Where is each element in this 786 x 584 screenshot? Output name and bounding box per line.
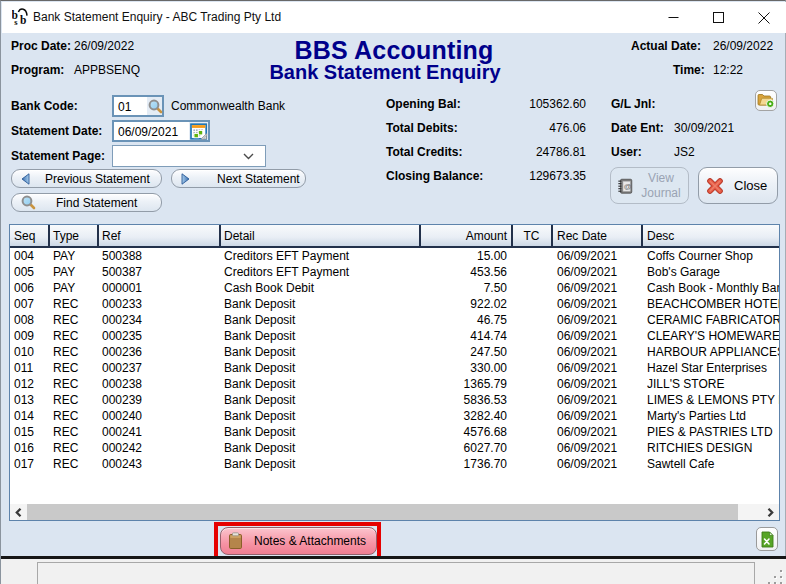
cell-seq: 010: [14, 345, 34, 359]
horizontal-scrollbar[interactable]: [10, 504, 779, 520]
col-header-detail[interactable]: Detail: [224, 229, 255, 243]
table-row[interactable]: 009REC000235Bank Deposit414.7406/09/2021…: [10, 328, 779, 344]
cell-seq: 017: [14, 457, 34, 471]
table-row[interactable]: 008REC000234Bank Deposit46.7506/09/2021C…: [10, 312, 779, 328]
close-label: Close: [734, 178, 767, 193]
table-row[interactable]: 012REC000238Bank Deposit1365.7906/09/202…: [10, 376, 779, 392]
table-row[interactable]: 017REC000243Bank Deposit1736.7006/09/202…: [10, 456, 779, 472]
col-sep-7: [641, 225, 643, 246]
cell-type: REC: [53, 377, 78, 391]
previous-statement-button[interactable]: Previous Statement: [11, 169, 162, 188]
title-bar: b s b Bank Statement Enquiry - ABC Tradi…: [2, 2, 786, 33]
cell-ref: 000235: [102, 329, 142, 343]
previous-statement-label: Previous Statement: [45, 172, 150, 186]
cell-amount: 7.50: [411, 281, 507, 295]
table-row[interactable]: 013REC000239Bank Deposit5836.5306/09/202…: [10, 392, 779, 408]
close-button[interactable]: Close: [698, 167, 778, 204]
col-header-desc[interactable]: Desc: [647, 229, 674, 243]
maximize-button[interactable]: [696, 2, 741, 33]
cell-seq: 008: [14, 313, 34, 327]
find-statement-label: Find Statement: [56, 196, 137, 210]
cell-type: REC: [53, 329, 78, 343]
table-row[interactable]: 005PAY500387Creditors EFT Payment453.560…: [10, 264, 779, 280]
table-row[interactable]: 015REC000241Bank Deposit4576.6806/09/202…: [10, 424, 779, 440]
minimize-button[interactable]: [651, 2, 696, 33]
table-row[interactable]: 006PAY000001Cash Book Debit7.5006/09/202…: [10, 280, 779, 296]
user-label: User:: [611, 145, 642, 159]
cell-ref: 500387: [102, 265, 142, 279]
bank-code-field-group: 01: [112, 95, 164, 117]
time-value: 12:22: [713, 63, 743, 77]
bank-code-input[interactable]: 01: [114, 97, 147, 115]
scroll-right-icon[interactable]: [762, 504, 779, 520]
next-statement-button[interactable]: Next Statement: [171, 169, 306, 188]
gl-journal-folder-button[interactable]: [755, 90, 777, 111]
bank-code-lookup-icon[interactable]: [148, 99, 163, 114]
col-header-ref[interactable]: Ref: [102, 229, 121, 243]
cell-detail: Creditors EFT Payment: [224, 265, 349, 279]
cell-detail: Bank Deposit: [224, 377, 295, 391]
window-close-button[interactable]: [741, 2, 786, 33]
cell-type: REC: [53, 361, 78, 375]
cell-seq: 014: [14, 409, 34, 423]
cell-type: PAY: [53, 249, 75, 263]
cell-ref: 000243: [102, 457, 142, 471]
closing-balance-value: 129673.35: [466, 169, 586, 183]
resize-grip[interactable]: [768, 570, 783, 584]
col-header-recdate[interactable]: Rec Date: [557, 229, 607, 243]
view-journal-button[interactable]: @ View Journal: [610, 167, 689, 204]
total-debits-label: Total Debits:: [386, 121, 458, 135]
arrow-left-icon: [21, 173, 30, 185]
svg-text:b: b: [20, 14, 26, 26]
cell-type: PAY: [53, 265, 75, 279]
table-row[interactable]: 007REC000233Bank Deposit922.0206/09/2021…: [10, 296, 779, 312]
cell-detail: Bank Deposit: [224, 345, 295, 359]
cell-rec_date: 06/09/2021: [557, 249, 617, 263]
cell-desc: Bob's Garage: [647, 265, 779, 279]
statement-page-select[interactable]: [112, 145, 266, 167]
cell-ref: 000234: [102, 313, 142, 327]
cell-desc: BEACHCOMBER HOTEL: [647, 297, 779, 311]
find-statement-button[interactable]: Find Statement: [11, 193, 162, 212]
scroll-left-icon[interactable]: [10, 504, 27, 520]
excel-export-icon: [760, 531, 775, 548]
table-row[interactable]: 004PAY500388Creditors EFT Payment15.0006…: [10, 248, 779, 264]
cell-type: REC: [53, 393, 78, 407]
statement-page-label: Statement Page:: [11, 149, 105, 163]
cell-detail: Bank Deposit: [224, 297, 295, 311]
cell-ref: 500388: [102, 249, 142, 263]
cell-seq: 011: [14, 361, 33, 375]
cell-type: REC: [53, 457, 78, 471]
cell-seq: 015: [14, 425, 34, 439]
cell-seq: 013: [14, 393, 34, 407]
cell-rec_date: 06/09/2021: [557, 425, 617, 439]
table-row[interactable]: 014REC000240Bank Deposit3282.4006/09/202…: [10, 408, 779, 424]
col-header-seq[interactable]: Seq: [14, 229, 35, 243]
cell-detail: Bank Deposit: [224, 313, 295, 327]
cell-ref: 000236: [102, 345, 142, 359]
col-header-amount[interactable]: Amount: [411, 229, 507, 243]
cell-ref: 000239: [102, 393, 142, 407]
cell-detail: Bank Deposit: [224, 409, 295, 423]
table-row[interactable]: 010REC000236Bank Deposit247.5006/09/2021…: [10, 344, 779, 360]
col-header-tc[interactable]: TC: [512, 229, 551, 243]
export-excel-button[interactable]: [756, 527, 778, 551]
cell-ref: 000238: [102, 377, 142, 391]
cell-amount: 414.74: [411, 329, 507, 343]
window-close-icon: [758, 12, 770, 24]
statement-date-input[interactable]: 06/09/2021: [114, 122, 189, 140]
cell-type: REC: [53, 409, 78, 423]
table-row[interactable]: 011REC000237Bank Deposit330.0006/09/2021…: [10, 360, 779, 376]
minimize-icon: [668, 12, 679, 23]
cell-amount: 5836.53: [411, 393, 507, 407]
scrollbar-thumb[interactable]: [27, 504, 738, 520]
table-row[interactable]: 016REC000242Bank Deposit6027.7006/09/202…: [10, 440, 779, 456]
app-window: b s b Bank Statement Enquiry - ABC Tradi…: [0, 0, 786, 584]
cell-rec_date: 06/09/2021: [557, 265, 617, 279]
cell-desc: PIES & PASTRIES LTD: [647, 425, 779, 439]
calendar-icon[interactable]: [190, 123, 208, 140]
cell-rec_date: 06/09/2021: [557, 281, 617, 295]
cell-amount: 1736.70: [411, 457, 507, 471]
cell-rec_date: 06/09/2021: [557, 377, 617, 391]
col-header-type[interactable]: Type: [53, 229, 79, 243]
